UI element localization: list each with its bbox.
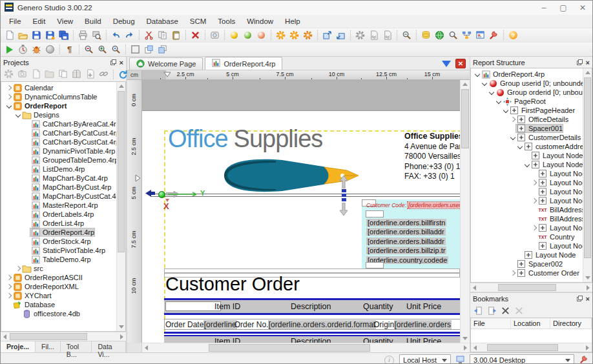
dock-tab-proje[interactable]: Proje... — [1, 341, 36, 352]
project-tree-item-groupedtabledemo-4rp[interactable]: GroupedTableDemo.4rp — [1, 156, 116, 165]
snapshot-icon[interactable] — [16, 68, 29, 81]
data-field[interactable]: [orderline.orders.billaddr — [366, 228, 446, 236]
configure-tool-icon[interactable] — [579, 355, 588, 364]
project-tree-item-staticpivottable-4rp[interactable]: StaticPivotTable.4rp — [1, 246, 116, 255]
scroll-thumb[interactable] — [461, 89, 469, 148]
paste-icon[interactable] — [169, 29, 183, 41]
projects-h-scrollbar[interactable] — [1, 332, 126, 341]
project-tree-item-dynamiccolumnstable[interactable]: DynamicColumnsTable — [1, 92, 116, 101]
resize-down-arrow-icon[interactable] — [339, 203, 348, 216]
project-tree-item-catchart-byareacat-4rp[interactable]: CatChart-ByAreaCat.4rp — [1, 119, 116, 128]
chevron-right-icon[interactable] — [510, 270, 515, 276]
structure-tree-item-customeraddress[interactable]: customerAddress — [471, 142, 583, 151]
close-button[interactable]: ✕ — [573, 1, 592, 14]
float-panel-icon[interactable] — [577, 295, 583, 303]
zoom-wrench-icon[interactable] — [400, 29, 413, 41]
chevron-down-icon[interactable] — [481, 81, 486, 86]
scroll-up-arrow[interactable] — [461, 80, 469, 88]
data-field[interactable]: [orderline.orders — [394, 320, 452, 329]
project-tree-item-orderreport-4rp[interactable]: OrderReport.4rp — [1, 228, 116, 237]
chevron-right-icon[interactable] — [15, 266, 20, 271]
save-as-icon[interactable] — [43, 29, 57, 41]
canvas-v-scrollbar[interactable] — [460, 80, 470, 343]
column-header[interactable]: Item ID — [214, 337, 240, 343]
zoom-in-icon[interactable] — [96, 43, 109, 56]
project-tree-item-mapchart-bycat-4rp[interactable]: MapChart-ByCat.4rp — [1, 174, 116, 183]
structure-tree-item-layout-node[interactable]: Layout Node — [471, 250, 583, 259]
bookmark-delete-all-icon[interactable] — [512, 305, 526, 317]
help-icon[interactable]: ? — [506, 29, 520, 41]
wrench-red-icon[interactable] — [487, 29, 501, 41]
structure-tree-item-customerdetails[interactable]: CustomerDetails — [471, 133, 583, 142]
paragraph-icon[interactable]: ¶ — [63, 43, 76, 56]
table-header-band[interactable]: Item ID Description Quantity Unit Price — [164, 298, 460, 315]
bookmarks-column-location[interactable]: Location — [511, 318, 550, 329]
gear-rebuild-icon[interactable] — [287, 29, 301, 41]
project-tree-item-officestore-4db[interactable]: officestore.4db — [1, 309, 116, 318]
vertical-ruler[interactable]: 0 cm2.5 cm5 cm7.5 cm10 cm — [127, 80, 142, 343]
scroll-thumb[interactable] — [584, 77, 591, 258]
build-ball-yellow-icon[interactable] — [227, 29, 241, 41]
chevron-down-icon[interactable] — [503, 108, 508, 113]
structure-tree-item-layout-node[interactable]: Layout Node — [471, 178, 583, 187]
column-header[interactable]: Unit Price — [406, 302, 441, 311]
column-header[interactable]: Item ID — [214, 302, 240, 311]
scroll-right-arrow[interactable] — [584, 283, 592, 292]
run-icon[interactable] — [3, 43, 16, 56]
import-icon[interactable] — [320, 29, 334, 41]
scroll-thumb[interactable] — [209, 344, 370, 352]
project-tree-item-catchart-bycatcust-4rp[interactable]: CatChart-ByCatCust.4rp — [1, 128, 116, 137]
add-file-icon[interactable] — [83, 68, 97, 81]
bookmarks-column-file[interactable]: File — [471, 318, 511, 329]
scroll-down-arrow[interactable] — [117, 323, 125, 331]
column-header[interactable]: Description — [291, 337, 331, 343]
structure-tree-item-customer-order[interactable]: Customer Order — [471, 268, 583, 278]
menu-edit[interactable]: Edit — [27, 16, 52, 26]
menu-database[interactable]: Database — [141, 16, 184, 26]
chevron-right-icon[interactable] — [531, 198, 536, 203]
zoom-normal-icon[interactable] — [109, 43, 123, 56]
cut-icon[interactable] — [142, 29, 156, 41]
gear-build-icon[interactable] — [274, 29, 287, 41]
structure-tree-item-country[interactable]: TXTCountry — [471, 232, 583, 241]
project-tree-item-designs[interactable]: Designs — [1, 110, 116, 119]
open-folder-icon[interactable] — [16, 29, 30, 41]
print-preview-icon[interactable] — [90, 29, 103, 41]
column-header[interactable]: Quantity — [363, 302, 393, 311]
structure-tree-item-layout-node[interactable]: Layout Node — [471, 169, 583, 178]
project-tree-item-src[interactable]: src — [1, 264, 116, 273]
screenshot-icon[interactable] — [208, 29, 222, 41]
chevron-right-icon[interactable] — [531, 180, 536, 185]
chevron-down-icon[interactable] — [495, 99, 501, 104]
stop-icon[interactable] — [43, 43, 57, 56]
structure-tree-item-billaddress[interactable]: TXTBillAddress — [471, 205, 583, 214]
header-cell-box[interactable] — [165, 301, 221, 311]
redo-icon[interactable] — [123, 29, 136, 41]
save-all-icon[interactable] — [57, 29, 70, 41]
chevron-right-icon[interactable] — [6, 293, 11, 298]
dock-tab-data-vi[interactable]: Data Vi... — [92, 341, 126, 352]
delete-anchor-icon[interactable]: X — [163, 201, 169, 211]
bookmark-prev-icon[interactable] — [472, 305, 485, 317]
structure-tree-item-layout-node[interactable]: Layout Node — [471, 151, 583, 160]
project-tree-item-masterreport-4rp[interactable]: MasterReport.4rp — [1, 201, 116, 210]
chevron-down-icon[interactable] — [524, 162, 529, 167]
structure-tree-item-layout-node[interactable]: Layout Node — [471, 196, 583, 205]
doc-4gl-2-icon[interactable]: 4gl — [380, 29, 394, 41]
chevron-right-icon[interactable] — [6, 275, 11, 280]
customer-code-field[interactable]: [orderline.orders.userid — [408, 202, 460, 208]
project-tree-item-tabledemo-4rp[interactable]: TableDemo.4rp — [1, 255, 116, 264]
chevron-down-icon[interactable] — [517, 144, 522, 149]
segment-handles-icon[interactable] — [342, 189, 346, 203]
globe-run-icon[interactable] — [433, 29, 446, 41]
swap-files-icon[interactable] — [56, 68, 70, 81]
structure-tree-item-group-orderid-0-unbounded[interactable]: Group orderid [0; unbounded] — [471, 88, 583, 97]
menu-scm[interactable]: SCM — [184, 16, 213, 26]
chevron-right-icon[interactable] — [6, 284, 11, 289]
projects-v-scrollbar[interactable] — [116, 82, 125, 331]
project-tree-item-mapchart-bycust-4rp[interactable]: MapChart-ByCust.4rp — [1, 183, 116, 192]
scroll-right-arrow[interactable] — [461, 343, 470, 352]
scroll-left-arrow[interactable] — [470, 283, 479, 292]
structure-tree-item-spacer002[interactable]: Spacer002 — [471, 259, 583, 268]
column-header[interactable]: Description — [291, 302, 331, 311]
